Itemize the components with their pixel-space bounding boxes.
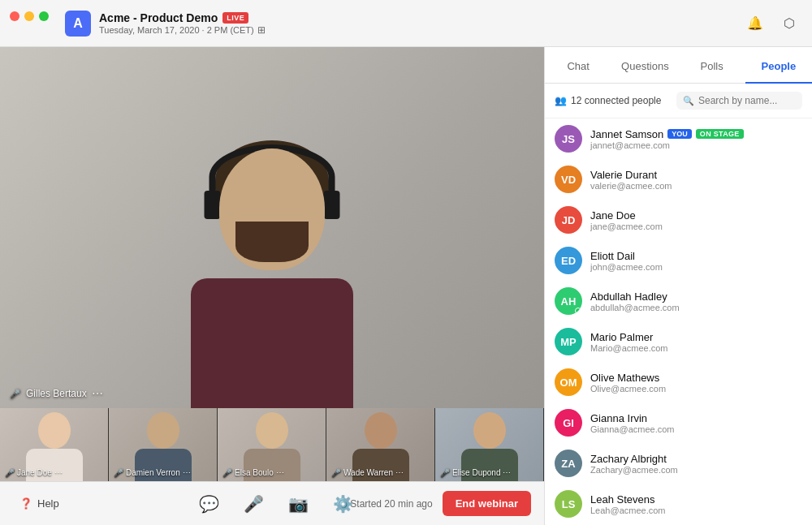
person-info: Eliott Dailjohn@acmee.com xyxy=(590,250,802,272)
toolbar-center: 💬 🎤 📷 ⚙️ xyxy=(194,489,358,519)
tab-people[interactable]: People xyxy=(745,47,812,84)
tab-questions[interactable]: Questions xyxy=(611,47,678,84)
you-badge: YOU xyxy=(667,129,692,139)
person-email: valerie@acmee.com xyxy=(590,181,802,191)
person-name-row: Valerie Durant xyxy=(590,169,802,181)
person-email: jane@acmee.com xyxy=(590,222,802,231)
grid-icon: ⊞ xyxy=(257,24,266,36)
end-webinar-button[interactable]: End webinar xyxy=(443,491,531,516)
main-video-background xyxy=(0,47,544,408)
avatar-initials: GI xyxy=(555,409,582,437)
person-name-text: Eliott Dail xyxy=(590,250,635,262)
maximize-window-btn[interactable] xyxy=(39,11,49,21)
person-info: Abdullah Hadleyabdullah@acmee.com xyxy=(590,290,802,312)
person-item[interactable]: LSLeah StevensLeah@acmee.com xyxy=(545,484,812,524)
person-info: Zachary AlbrightZachary@acmee.com xyxy=(590,453,802,475)
thumbnail-2[interactable]: 🎤 Damien Verron ⋯ xyxy=(109,408,218,481)
person-email: Mario@acmee.com xyxy=(590,343,802,353)
thumb-mic-icon-1: 🎤 xyxy=(5,468,15,477)
person-email: abdullah@acmee.com xyxy=(590,303,802,312)
settings-tool-btn[interactable]: ⚙️ xyxy=(328,489,358,519)
person-info: Leah StevensLeah@acmee.com xyxy=(590,493,802,515)
bell-icon-btn[interactable]: 🔔 xyxy=(742,11,768,37)
person-avatar: OM xyxy=(555,368,582,396)
camera-tool-btn[interactable]: 📷 xyxy=(283,489,313,519)
thumb-label-3: 🎤 Elsa Boulo ⋯ xyxy=(222,468,284,477)
person-item[interactable]: MPMario PalmerMario@acmee.com xyxy=(545,321,812,362)
person-name-text: Zachary Albright xyxy=(590,453,667,465)
thumb-label-4: 🎤 Wade Warren ⋯ xyxy=(331,468,404,477)
avatar-initials: VD xyxy=(555,166,582,193)
person-name-text: Jannet Samson xyxy=(590,128,663,140)
thumb-name-5: Elise Dupond xyxy=(452,468,500,477)
person-item[interactable]: ZAZachary AlbrightZachary@acmee.com xyxy=(545,443,812,484)
person-item[interactable]: VDValerie Durantvalerie@acmee.com xyxy=(545,159,812,200)
bottom-toolbar: ❓ Help 💬 🎤 📷 ⚙️ Started 20 min ago End w… xyxy=(0,481,544,525)
on-stage-badge: ON STAGE xyxy=(696,129,744,139)
thumbnail-4[interactable]: 🎤 Wade Warren ⋯ xyxy=(326,408,435,481)
thumb-more-2: ⋯ xyxy=(183,468,191,477)
thumbnail-1[interactable]: 🎤 Jane Doe ⋯ xyxy=(0,408,109,481)
thumbnail-5[interactable]: 🎤 Elise Dupond ⋯ xyxy=(435,408,544,481)
person-email: Leah@acmee.com xyxy=(590,506,802,515)
title-name: Acme - Product Demo LIVE xyxy=(99,11,266,24)
thumb-more-5: ⋯ xyxy=(503,468,511,477)
person-item[interactable]: OMOlive MathewsOlive@acmee.com xyxy=(545,362,812,402)
person-name-row: Olive Mathews xyxy=(590,372,802,384)
thumb-mic-icon-4: 🎤 xyxy=(331,468,341,477)
tab-chat[interactable]: Chat xyxy=(545,47,611,84)
person-item[interactable]: JSJannet SamsonYOUON STAGEjannet@acmee.c… xyxy=(545,118,812,159)
connected-count: 👥 12 connected people xyxy=(555,95,661,106)
person-name-text: Olive Mathews xyxy=(590,372,659,384)
person-avatar: ED xyxy=(555,247,582,274)
person-info: Mario PalmerMario@acmee.com xyxy=(590,331,802,353)
toolbar-left: ❓ Help xyxy=(13,493,66,514)
more-icon: ⋯ xyxy=(92,387,103,400)
tab-polls[interactable]: Polls xyxy=(679,47,745,84)
app-title: Acme - Product Demo xyxy=(99,11,218,24)
person-avatar: VD xyxy=(555,166,582,193)
presenter-figure xyxy=(126,132,418,408)
person-info: Jannet SamsonYOUON STAGEjannet@acmee.com xyxy=(590,128,802,150)
avatar-initials: JD xyxy=(555,206,582,234)
minimize-window-btn[interactable] xyxy=(24,11,34,21)
thumb-more-3: ⋯ xyxy=(276,468,284,477)
person-name-text: Jane Doe xyxy=(590,209,636,222)
person-item[interactable]: GIGianna IrvinGianna@acmee.com xyxy=(545,402,812,443)
search-box[interactable]: 🔍 xyxy=(676,92,802,110)
window-controls xyxy=(10,11,49,21)
subtitle-text: Tuesday, March 17, 2020 · 2 PM (CET) xyxy=(99,25,254,35)
person-name-text: Leah Stevens xyxy=(590,493,655,506)
thumb-mic-icon-3: 🎤 xyxy=(222,468,232,477)
presenter-name: Gilles Bertaux xyxy=(26,388,87,399)
person-avatar: JD xyxy=(555,206,582,234)
help-button[interactable]: ❓ Help xyxy=(13,493,66,514)
thumb-label-2: 🎤 Damien Verron ⋯ xyxy=(114,468,191,477)
person-info: Gianna IrvinGianna@acmee.com xyxy=(590,412,802,434)
person-item[interactable]: AHAbdullah Hadleyabdullah@acmee.com xyxy=(545,281,812,321)
person-avatar: AH xyxy=(555,287,582,315)
avatar-initials: JS xyxy=(555,125,582,153)
thumbnail-3[interactable]: 🎤 Elsa Boulo ⋯ xyxy=(218,408,326,481)
mic-tool-btn[interactable]: 🎤 xyxy=(239,489,269,519)
person-item[interactable]: EDEliott Dailjohn@acmee.com xyxy=(545,240,812,281)
person-item[interactable]: JDJane Doejane@acmee.com xyxy=(545,200,812,240)
close-window-btn[interactable] xyxy=(10,11,19,21)
chat-tool-btn[interactable]: 💬 xyxy=(194,489,224,519)
thumb-mic-icon-5: 🎤 xyxy=(440,468,450,477)
person-name-text: Mario Palmer xyxy=(590,331,653,343)
avatar-initials: LS xyxy=(555,490,582,518)
title-subtitle: Tuesday, March 17, 2020 · 2 PM (CET) ⊞ xyxy=(99,24,266,36)
person-avatar: JS xyxy=(555,125,582,153)
help-circle-icon: ❓ xyxy=(19,497,32,510)
search-input[interactable] xyxy=(698,95,796,106)
main-video: 🎤 Gilles Bertaux ⋯ xyxy=(0,47,544,408)
person-name-row: Eliott Dail xyxy=(590,250,802,262)
avatar-initials: MP xyxy=(555,328,582,355)
person-email: Olive@acmee.com xyxy=(590,384,802,394)
panel-header: 👥 12 connected people 🔍 xyxy=(545,84,812,118)
thumb-label-5: 🎤 Elise Dupond ⋯ xyxy=(440,468,511,477)
exit-fullscreen-btn[interactable]: ⬡ xyxy=(776,11,802,37)
person-avatar: GI xyxy=(555,409,582,437)
online-indicator xyxy=(575,308,581,314)
